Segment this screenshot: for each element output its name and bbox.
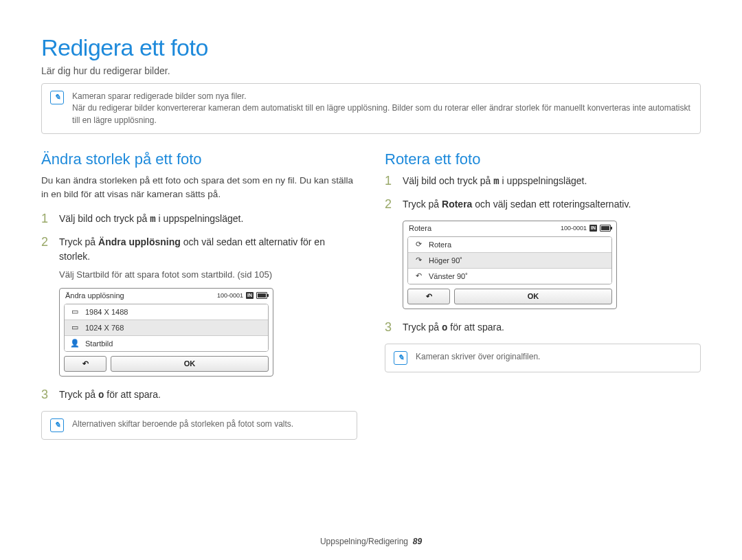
back-button[interactable]: ↶ xyxy=(407,289,450,304)
page-number: 89 xyxy=(413,537,422,546)
page-subtitle: Lär dig hur du redigerar bilder. xyxy=(41,65,701,76)
size-icon: ▭ xyxy=(70,324,80,332)
back-icon: ↶ xyxy=(82,359,89,368)
cam-buttons: ↶ OK xyxy=(60,356,273,376)
battery-icon xyxy=(600,225,611,232)
cam-row[interactable]: ▭ 1984 X 1488 xyxy=(65,304,268,320)
size-icon: ▭ xyxy=(70,308,80,316)
cam-row-selected[interactable]: ▭ 1024 X 768 xyxy=(65,320,268,336)
top-note-line1: Kameran sparar redigerade bilder som nya… xyxy=(72,91,246,101)
cam-status: 100-0001 IN xyxy=(561,225,611,232)
memory-badge: IN xyxy=(246,292,254,299)
left-column: Ändra storlek på ett foto Du kan ändra s… xyxy=(41,150,357,456)
page-title: Redigera ett foto xyxy=(41,34,701,61)
right-heading: Rotera ett foto xyxy=(385,150,701,168)
battery-icon xyxy=(256,292,267,299)
cam-counter: 100-0001 xyxy=(561,225,587,232)
manual-page: Redigera ett foto Lär dig hur du rediger… xyxy=(0,0,742,560)
cam-title: Rotera xyxy=(409,224,431,232)
step-number: 1 xyxy=(385,174,396,189)
cam-row[interactable]: ⟳ Rotera xyxy=(408,237,611,253)
ok-button[interactable]: OK xyxy=(111,356,269,372)
step-number: 2 xyxy=(385,197,396,212)
cam-header: Ändra upplösning 100-0001 IN xyxy=(60,289,273,302)
right-step-2: 2 Tryck på Rotera och välj sedan ett rot… xyxy=(385,197,701,212)
cam-row-selected[interactable]: ↷ Höger 90˚ xyxy=(408,253,611,269)
step-number: 3 xyxy=(385,320,396,335)
cam-title: Ändra upplösning xyxy=(65,291,124,300)
left-heading: Ändra storlek på ett foto xyxy=(41,150,357,168)
back-icon: ↶ xyxy=(426,292,432,300)
camera-screen-resize: Ändra upplösning 100-0001 IN ▭ 1984 X 14… xyxy=(59,288,273,377)
cam-buttons: ↶ OK xyxy=(403,289,616,309)
top-note-line2: När du redigerar bilder konvertererar ka… xyxy=(72,103,690,124)
cam-row[interactable]: ↶ Vänster 90˚ xyxy=(408,269,611,284)
cam-counter: 100-0001 xyxy=(217,292,243,299)
step-text: Tryck på o för att spara. xyxy=(59,388,161,403)
ok-button[interactable]: OK xyxy=(454,289,612,304)
right-step-1: 1 Välj bild och tryck på m i uppspelning… xyxy=(385,174,701,189)
left-note-text: Alternativen skiftar beroende på storlek… xyxy=(72,418,293,430)
top-note: ✎ Kameran sparar redigerade bilder som n… xyxy=(41,83,701,134)
step-number: 3 xyxy=(41,388,52,403)
step-text: Tryck på Rotera och välj sedan ett roter… xyxy=(403,197,631,212)
content-columns: Ändra storlek på ett foto Du kan ändra s… xyxy=(41,150,701,456)
cam-row[interactable]: 👤 Startbild xyxy=(65,336,268,351)
memory-badge: IN xyxy=(589,225,597,232)
back-button[interactable]: ↶ xyxy=(64,356,106,372)
step-text: Tryck på o för att spara. xyxy=(403,320,504,335)
menu-button-label: m xyxy=(150,214,155,225)
info-icon: ✎ xyxy=(50,418,64,432)
step-number: 2 xyxy=(41,235,52,264)
info-icon: ✎ xyxy=(394,351,407,365)
person-icon: 👤 xyxy=(70,339,80,348)
arrow-right-icon: ↷ xyxy=(414,256,423,265)
menu-button-label: m xyxy=(493,176,499,187)
right-column: Rotera ett foto 1 Välj bild och tryck på… xyxy=(385,150,701,456)
step-text: Välj bild och tryck på m i uppspelningsl… xyxy=(59,212,243,227)
left-step-3: 3 Tryck på o för att spara. xyxy=(41,388,357,403)
cam-status: 100-0001 IN xyxy=(217,292,267,299)
left-step-2: 2 Tryck på Ändra upplösning och väl seda… xyxy=(41,235,357,264)
right-note-text: Kameran skriver över originalfilen. xyxy=(416,351,540,363)
arrow-left-icon: ↶ xyxy=(414,272,423,280)
left-step-1: 1 Välj bild och tryck på m i uppspelning… xyxy=(41,212,357,227)
info-icon: ✎ xyxy=(50,91,64,104)
footer-section: Uppspelning/Redigering xyxy=(320,537,408,546)
left-step-2-sub: Välj Startbild för att spara fotot som s… xyxy=(59,269,357,280)
rotate-off-icon: ⟳ xyxy=(414,240,423,249)
cam-list: ▭ 1984 X 1488 ▭ 1024 X 768 👤 Startbild xyxy=(64,304,269,352)
right-note: ✎ Kameran skriver över originalfilen. xyxy=(385,344,701,372)
step-number: 1 xyxy=(41,212,52,227)
right-step-3: 3 Tryck på o för att spara. xyxy=(385,320,701,335)
top-note-text: Kameran sparar redigerade bilder som nya… xyxy=(72,91,692,126)
camera-screen-rotate: Rotera 100-0001 IN ⟳ Rotera ↷ Höger 90˚ xyxy=(403,221,617,309)
cam-list: ⟳ Rotera ↷ Höger 90˚ ↶ Vänster 90˚ xyxy=(407,236,612,284)
cam-header: Rotera 100-0001 IN xyxy=(403,221,616,235)
page-footer: Uppspelning/Redigering 89 xyxy=(0,537,742,546)
step-text: Välj bild och tryck på m i uppspelningsl… xyxy=(403,174,587,189)
step-text: Tryck på Ändra upplösning och väl sedan … xyxy=(59,235,357,264)
left-lead: Du kan ändra storleken på ett foto och s… xyxy=(41,174,357,202)
left-note: ✎ Alternativen skiftar beroende på storl… xyxy=(41,411,357,440)
